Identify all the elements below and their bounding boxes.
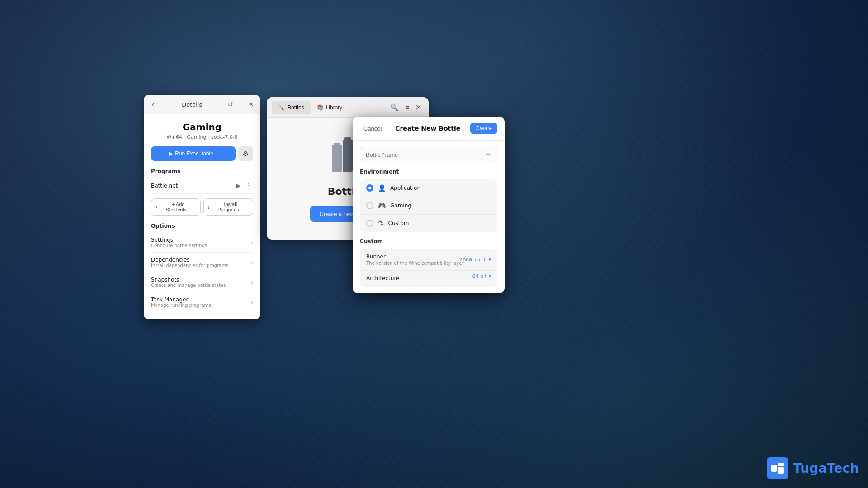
bottles-tab-icon: 🍾 bbox=[278, 104, 285, 111]
chevron-right-icon: › bbox=[251, 259, 253, 266]
titlebar-icons: ↺ ⋮ ✕ bbox=[227, 100, 255, 109]
task-manager-label: Task Manager bbox=[151, 296, 251, 303]
svg-rect-9 bbox=[771, 465, 777, 472]
run-btn-label: Run Executable... bbox=[175, 150, 218, 157]
radio-application[interactable] bbox=[366, 184, 373, 192]
bottles-close-button[interactable]: ✕ bbox=[414, 101, 423, 113]
titlebar-right: 🔍 ≡ ✕ bbox=[388, 101, 423, 113]
svg-rect-11 bbox=[778, 467, 784, 474]
options-list: Settings Configure bottle settings. › De… bbox=[151, 233, 253, 312]
runner-value: soda-7.0-8 ▾ bbox=[460, 257, 491, 263]
library-tab-label: Library bbox=[326, 104, 343, 111]
watermark-accent: Tech bbox=[827, 461, 859, 476]
run-executable-button[interactable]: ▶ Run Executable... bbox=[151, 146, 236, 161]
custom-env-icon: ⚗️ bbox=[378, 220, 384, 227]
tab-library[interactable]: 📚 Library bbox=[311, 101, 349, 114]
program-play-button[interactable]: ▶ bbox=[235, 182, 242, 190]
bottle-name-input[interactable] bbox=[366, 151, 486, 158]
environment-label: Environment bbox=[360, 169, 497, 175]
search-button[interactable]: 🔍 bbox=[388, 102, 401, 113]
watermark-text: TugaTech bbox=[793, 461, 859, 476]
watermark-normal: Tuga bbox=[793, 461, 827, 476]
settings-option[interactable]: Settings Configure bottle settings. › bbox=[151, 233, 253, 253]
dropdown-icon: ▾ bbox=[488, 273, 491, 279]
programs-list: Battle.net ▶ ⋮ bbox=[151, 178, 253, 194]
add-icon: + bbox=[155, 204, 158, 210]
edit-icon: ✏️ bbox=[486, 151, 491, 158]
details-content: Gaming Win64 · Gaming · soda-7.0-8 ▶ Run… bbox=[144, 114, 260, 319]
svg-rect-5 bbox=[344, 137, 351, 141]
radio-gaming[interactable] bbox=[366, 202, 373, 209]
program-menu-button[interactable]: ⋮ bbox=[244, 182, 253, 190]
cancel-button[interactable]: Cancel bbox=[360, 123, 385, 134]
watermark-logo bbox=[767, 457, 788, 479]
env-option-application[interactable]: 👤 Application bbox=[360, 179, 497, 197]
dialog-content: ✏️ Environment 👤 Application 🎮 Gaming ⚗️… bbox=[353, 141, 505, 293]
env-option-gaming[interactable]: 🎮 Gaming bbox=[360, 197, 497, 215]
dependencies-desc: Install dependencies for programs. bbox=[151, 263, 251, 268]
create-dialog: Cancel Create New Bottle Create ✏️ Envir… bbox=[353, 117, 505, 293]
dialog-title: Create New Bottle bbox=[395, 125, 460, 132]
gaming-label: Gaming bbox=[390, 202, 411, 209]
program-item: Battle.net ▶ ⋮ bbox=[151, 178, 253, 194]
svg-rect-3 bbox=[343, 144, 353, 172]
architecture-row[interactable]: Architecture 64 bit ▾ bbox=[360, 271, 497, 287]
custom-env-label: Custom bbox=[388, 220, 409, 226]
architecture-value: 64 bit ▾ bbox=[472, 273, 491, 279]
environment-options: 👤 Application 🎮 Gaming ⚗️ Custom bbox=[360, 179, 497, 232]
settings-desc: Configure bottle settings. bbox=[151, 243, 251, 248]
bottle-name-input-wrapper: ✏️ bbox=[360, 147, 497, 162]
refresh-button[interactable]: ↺ bbox=[227, 100, 234, 109]
gear-settings-button[interactable]: ⚙ bbox=[238, 146, 253, 161]
svg-rect-0 bbox=[332, 150, 342, 172]
env-option-custom[interactable]: ⚗️ Custom bbox=[360, 215, 497, 232]
window-close-button[interactable]: ✕ bbox=[248, 100, 255, 109]
chevron-right-icon: › bbox=[251, 239, 253, 246]
play-icon: ▶ bbox=[169, 150, 173, 157]
snapshots-desc: Create and manage bottle states. bbox=[151, 283, 251, 288]
custom-options: Runner The version of the Wine compatibi… bbox=[360, 249, 497, 287]
add-shortcuts-label: + Add Shortcuts... bbox=[160, 202, 197, 212]
options-section-title: Options bbox=[151, 223, 253, 229]
program-actions: ▶ ⋮ bbox=[235, 182, 253, 190]
runner-row[interactable]: Runner The version of the Wine compatibi… bbox=[360, 249, 497, 271]
add-buttons: + + Add Shortcuts... ↓ Install Programs.… bbox=[151, 198, 253, 216]
watermark: TugaTech bbox=[767, 457, 859, 479]
bottle-title: Gaming bbox=[183, 122, 222, 132]
install-programs-label: Install Programs... bbox=[212, 202, 250, 212]
custom-section-title: Custom bbox=[360, 238, 497, 244]
install-programs-button[interactable]: ↓ Install Programs... bbox=[203, 198, 253, 216]
svg-rect-10 bbox=[778, 463, 784, 466]
settings-label: Settings bbox=[151, 237, 251, 243]
task-manager-desc: Manage running programs. bbox=[151, 303, 251, 308]
program-name: Battle.net bbox=[151, 183, 178, 189]
menu-button[interactable]: ⋮ bbox=[237, 100, 245, 109]
run-btn-group: ▶ Run Executable... ⚙ bbox=[151, 146, 253, 161]
snapshots-option[interactable]: Snapshots Create and manage bottle state… bbox=[151, 272, 253, 292]
dependencies-label: Dependencies bbox=[151, 257, 251, 263]
dropdown-icon: ▾ bbox=[488, 257, 491, 263]
details-titlebar: ‹ Details ↺ ⋮ ✕ bbox=[144, 95, 260, 114]
tab-bottles[interactable]: 🍾 Bottles bbox=[272, 101, 311, 114]
install-icon: ↓ bbox=[208, 204, 210, 210]
bottles-titlebar: 🍾 Bottles 📚 Library 🔍 ≡ ✕ bbox=[267, 97, 429, 118]
add-shortcuts-button[interactable]: + + Add Shortcuts... bbox=[151, 198, 201, 216]
back-button[interactable]: ‹ bbox=[149, 99, 157, 109]
application-icon: 👤 bbox=[378, 184, 386, 192]
chevron-right-icon: › bbox=[251, 299, 253, 305]
radio-custom[interactable] bbox=[366, 220, 373, 227]
library-tab-icon: 📚 bbox=[317, 104, 324, 111]
chevron-right-icon: › bbox=[251, 279, 253, 286]
svg-rect-2 bbox=[334, 143, 340, 146]
task-manager-option[interactable]: Task Manager Manage running programs. › bbox=[151, 292, 253, 312]
bottle-meta: Win64 · Gaming · soda-7.0-8 bbox=[166, 134, 237, 140]
filter-button[interactable]: ≡ bbox=[403, 102, 411, 113]
snapshots-label: Snapshots bbox=[151, 277, 251, 283]
dialog-header: Cancel Create New Bottle Create bbox=[353, 117, 505, 141]
gaming-icon: 🎮 bbox=[378, 202, 386, 209]
create-confirm-button[interactable]: Create bbox=[470, 123, 497, 134]
details-window: ‹ Details ↺ ⋮ ✕ Gaming Win64 · Gaming · … bbox=[144, 95, 260, 319]
dependencies-option[interactable]: Dependencies Install dependencies for pr… bbox=[151, 253, 253, 272]
details-title: Details bbox=[157, 101, 227, 108]
application-label: Application bbox=[390, 185, 420, 191]
